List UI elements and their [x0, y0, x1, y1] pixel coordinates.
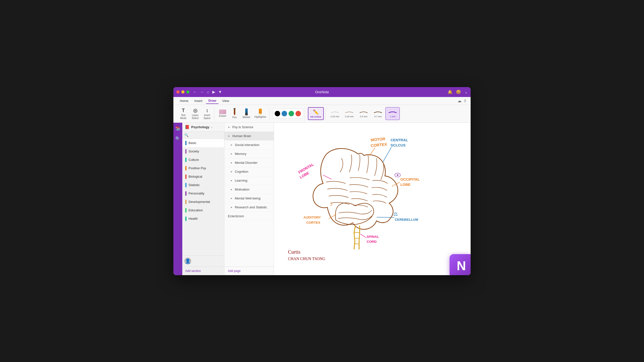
notebook-header[interactable]: 📕 Psychology ⌄ [182, 123, 224, 132]
section-personality[interactable]: Personality [182, 189, 224, 198]
thickness-0.25mm[interactable]: 0.25 mm [328, 107, 342, 120]
lasso-label: LassoSelect [192, 114, 199, 120]
page-motivation[interactable]: ► Motivation [224, 185, 274, 194]
pen-label: Pen [232, 116, 237, 119]
notebook-icon-red: 📕 [185, 125, 190, 129]
menu-button[interactable]: ▼ [218, 90, 222, 94]
next-button[interactable]: ▶ [212, 90, 215, 94]
page-eclecticism[interactable]: Eclecticism [224, 212, 274, 221]
highlighter-label: Highlighter [254, 116, 266, 118]
share-icon[interactable]: ⇪ [464, 98, 467, 103]
section-color-developmental [185, 200, 186, 204]
signature-full: CHAN CHUN TSONG [288, 257, 325, 261]
add-page-button[interactable]: Add page [224, 267, 274, 275]
page-mental-disorder[interactable]: ► Mental Disorder [224, 158, 274, 167]
page-chevron-disorder: ► [230, 161, 233, 164]
page-label-psy: Psy is Science [232, 125, 254, 129]
thickness-0.35mm[interactable]: 0.35 mm [342, 107, 356, 120]
section-society[interactable]: Society [182, 147, 224, 156]
color-red[interactable] [296, 111, 301, 116]
menu-draw[interactable]: Draw [206, 98, 219, 104]
svg-text:SCLCUS: SCLCUS [390, 143, 406, 147]
text-mode-button[interactable]: T TextMode [178, 107, 189, 120]
svg-line-8 [323, 175, 332, 179]
eraser-icon [219, 110, 226, 114]
marker-button[interactable]: Marker [241, 107, 252, 120]
section-developmental[interactable]: Developmental [182, 198, 224, 206]
chevron-down-icon[interactable]: ⌄ [464, 90, 468, 94]
color-black[interactable] [275, 111, 280, 116]
page-research[interactable]: ► Research and Statistic [224, 203, 274, 212]
svg-point-13 [397, 174, 398, 176]
svg-text:AUDITORY: AUDITORY [304, 216, 321, 219]
thickness-0.7mm[interactable]: 0.7 mm [371, 107, 385, 120]
back-button[interactable]: ← [193, 90, 197, 94]
section-color-personality [185, 191, 186, 196]
ink-colour-button[interactable]: ✏️ Ink Colour [308, 107, 324, 120]
color-swatches [272, 109, 303, 118]
menu-home[interactable]: Home [177, 98, 191, 104]
page-psy-science[interactable]: ► Psy is Science [224, 123, 274, 132]
onenote-logo-letter: N [457, 259, 466, 272]
search-sidebar-icon[interactable]: 🔍 [174, 135, 182, 142]
page-label-disorder: Mental Disorder [235, 161, 258, 165]
window-title: OneNote [315, 90, 329, 94]
traffic-lights [176, 90, 190, 93]
section-label-personality: Personality [188, 192, 204, 195]
thickness-0.5mm[interactable]: 0.5 mm [357, 107, 370, 120]
notebook-icon[interactable]: 📚 [174, 125, 182, 132]
section-culture[interactable]: Culture [182, 156, 224, 164]
page-label-research: Research and Statistic [235, 205, 267, 209]
notebook-chevron-icon: ⌄ [211, 126, 213, 128]
page-human-brain[interactable]: ► Human Brain [224, 132, 274, 141]
thickness-group: 0.25 mm 0.35 mm 0.5 mm 0.7 mm [327, 106, 401, 121]
section-statistic[interactable]: Statistic [182, 181, 224, 189]
user-avatar[interactable]: 👤 [184, 258, 191, 265]
svg-text:CEREBELLUM: CEREBELLUM [395, 218, 418, 221]
section-color-health [185, 217, 186, 221]
home-button[interactable]: ⌂ [207, 90, 209, 94]
section-health[interactable]: Health [182, 215, 224, 223]
section-education[interactable]: Education [182, 206, 224, 215]
color-blue[interactable] [282, 111, 287, 116]
highlighter-button[interactable]: Highlighter [253, 107, 268, 120]
page-learning[interactable]: ► Learning [224, 176, 274, 185]
page-social[interactable]: ► Social interaction [224, 141, 274, 149]
canvas-area[interactable]: MOTOR CORTEX CENTRAL SCLCUS FRONTAL LOBE… [274, 123, 470, 275]
page-chevron-social: ► [230, 143, 233, 146]
forward-button[interactable]: → [200, 90, 204, 94]
thickness-label-0.7: 0.7 mm [374, 115, 382, 118]
page-wellbeing[interactable]: ► Mental Well-being [224, 194, 274, 203]
cloud-icon[interactable]: ☁ [458, 98, 462, 103]
section-label-culture: Culture [188, 158, 199, 162]
notification-icon[interactable]: 🔔 [448, 90, 452, 94]
section-color-education [185, 208, 186, 213]
page-label-social: Social interaction [235, 143, 259, 147]
menu-insert[interactable]: Insert [192, 98, 205, 104]
insert-space-button[interactable]: ↕ InsertSpace [202, 107, 212, 120]
section-label-health: Health [188, 217, 198, 220]
menu-view[interactable]: View [220, 98, 232, 104]
close-button[interactable] [176, 90, 180, 93]
color-green[interactable] [288, 111, 294, 116]
lasso-select-button[interactable]: ◎ LassoSelect [190, 107, 201, 120]
svg-text:LOBE: LOBE [400, 182, 410, 186]
page-cognition[interactable]: ► Cognition [224, 167, 274, 176]
minimize-button[interactable] [181, 90, 184, 93]
section-biological[interactable]: Biological [182, 172, 224, 181]
page-memory[interactable]: ► Memory [224, 149, 274, 158]
section-color-basic [185, 141, 186, 145]
section-positive-psy[interactable]: Positive Psy [182, 164, 224, 172]
page-label-brain: Human Brain [232, 134, 251, 138]
thickness-label-0.25: 0.25 mm [331, 115, 339, 118]
section-basic[interactable]: Basic [182, 139, 224, 147]
eraser-button[interactable]: Eraser [217, 107, 228, 120]
bottom-bar: 👤 [182, 255, 224, 267]
maximize-button[interactable] [186, 90, 190, 93]
svg-text:SPINAL: SPINAL [366, 235, 379, 238]
emoji-icon[interactable]: 😀 [456, 90, 461, 94]
pen-button[interactable]: Pen [229, 107, 240, 120]
add-section-button[interactable]: Add section [182, 267, 224, 275]
page-label-motivation: Motivation [235, 188, 250, 191]
thickness-1mm[interactable]: 1 mm [386, 107, 400, 120]
